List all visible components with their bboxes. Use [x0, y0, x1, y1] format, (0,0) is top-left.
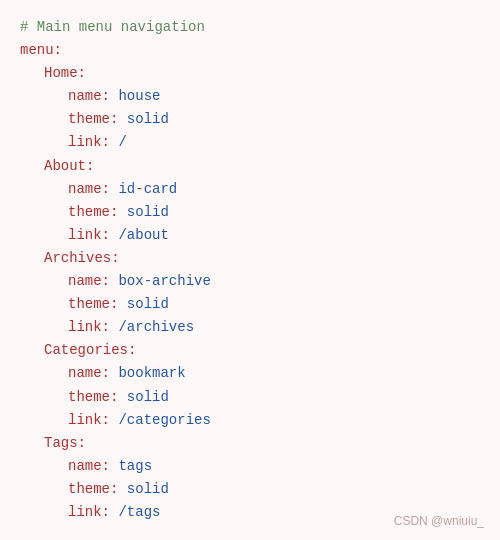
menu-section-2: Archives: name: box-archive theme: solid… [20, 247, 480, 339]
link-line: link: /categories [20, 409, 480, 432]
section-label: Tags: [20, 432, 480, 455]
name-value: house [118, 85, 160, 108]
name-value: id-card [118, 178, 177, 201]
theme-line: theme: solid [20, 478, 480, 501]
link-line: link: /archives [20, 316, 480, 339]
theme-line: theme: solid [20, 386, 480, 409]
name-line: name: bookmark [20, 362, 480, 385]
name-line: name: box-archive [20, 270, 480, 293]
link-value: /archives [118, 316, 194, 339]
name-value: box-archive [118, 270, 210, 293]
section-label: Home: [20, 62, 480, 85]
theme-value: solid [127, 293, 169, 316]
name-key: name: [68, 85, 110, 108]
theme-key: theme: [68, 201, 118, 224]
link-value: /categories [118, 409, 210, 432]
section-key: About: [44, 155, 94, 178]
link-value: /tags [118, 501, 160, 524]
section-label: Archives: [20, 247, 480, 270]
section-key: Home: [44, 62, 86, 85]
theme-value: solid [127, 201, 169, 224]
link-value: /about [118, 224, 168, 247]
theme-key: theme: [68, 108, 118, 131]
link-key: link: [68, 316, 110, 339]
root-key-line: menu: [20, 39, 480, 62]
name-line: name: house [20, 85, 480, 108]
theme-value: solid [127, 386, 169, 409]
comment-line: # Main menu navigation [20, 16, 480, 39]
code-block: # Main menu navigation menu: Home: name:… [0, 0, 500, 540]
name-line: name: tags [20, 455, 480, 478]
name-key: name: [68, 362, 110, 385]
link-key: link: [68, 224, 110, 247]
link-value: / [118, 131, 126, 154]
theme-line: theme: solid [20, 108, 480, 131]
section-key: Tags: [44, 432, 86, 455]
theme-key: theme: [68, 478, 118, 501]
comment-text: # Main menu navigation [20, 16, 205, 39]
theme-key: theme: [68, 293, 118, 316]
name-key: name: [68, 178, 110, 201]
link-key: link: [68, 501, 110, 524]
menu-section-4: Tags: name: tags theme: solid link: /tag… [20, 432, 480, 524]
link-key: link: [68, 409, 110, 432]
theme-line: theme: solid [20, 201, 480, 224]
name-value: bookmark [118, 362, 185, 385]
name-key: name: [68, 270, 110, 293]
menu-section-1: About: name: id-card theme: solid link: … [20, 155, 480, 247]
link-key: link: [68, 131, 110, 154]
section-label: About: [20, 155, 480, 178]
root-key: menu: [20, 39, 62, 62]
theme-value: solid [127, 108, 169, 131]
theme-key: theme: [68, 386, 118, 409]
name-value: tags [118, 455, 152, 478]
menu-section-0: Home: name: house theme: solid link: / [20, 62, 480, 154]
name-key: name: [68, 455, 110, 478]
theme-line: theme: solid [20, 293, 480, 316]
name-line: name: id-card [20, 178, 480, 201]
section-key: Archives: [44, 247, 120, 270]
watermark: CSDN @wniuiu_ [394, 514, 484, 528]
menu-section-3: Categories: name: bookmark theme: solid … [20, 339, 480, 431]
theme-value: solid [127, 478, 169, 501]
link-line: link: / [20, 131, 480, 154]
menu-items: Home: name: house theme: solid link: / A… [20, 62, 480, 524]
section-label: Categories: [20, 339, 480, 362]
section-key: Categories: [44, 339, 136, 362]
link-line: link: /about [20, 224, 480, 247]
